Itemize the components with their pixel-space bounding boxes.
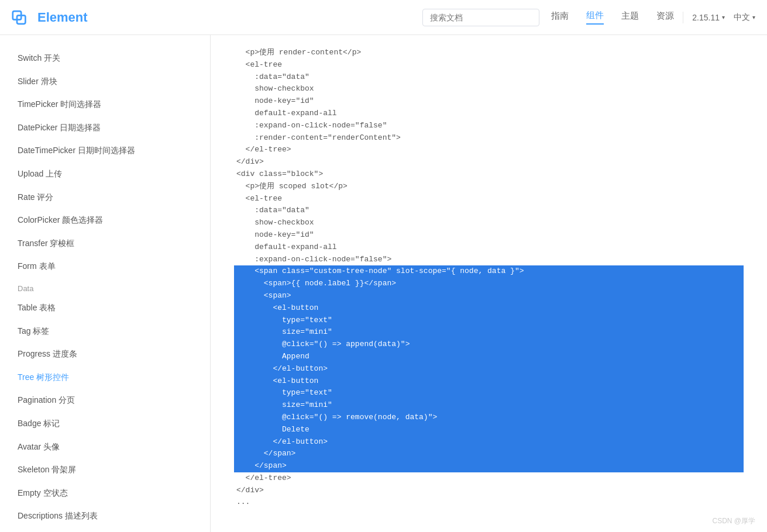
code-line-35: </el-tree> xyxy=(234,472,744,485)
code-line-9: </div> xyxy=(234,156,744,168)
nav-resources[interactable]: 资源 xyxy=(656,11,674,24)
code-line-15: node-key="id" xyxy=(234,229,744,241)
sidebar-item-datepicker[interactable]: DatePicker 日期选择器 xyxy=(0,116,210,140)
logo[interactable]: Element xyxy=(12,7,88,28)
code-line-29: size="mini" xyxy=(234,399,744,412)
sidebar-item-table[interactable]: Table 表格 xyxy=(0,296,210,320)
version-label: 2.15.11 xyxy=(692,13,720,22)
logo-icon xyxy=(12,7,33,28)
version-chevron-icon: ▾ xyxy=(722,14,725,20)
code-line-33: </span> xyxy=(234,448,744,460)
code-line-12: <el-tree xyxy=(234,193,744,205)
logo-text: Element xyxy=(37,10,88,25)
sidebar-item-form[interactable]: Form 表单 xyxy=(0,255,210,278)
code-line-7: :render-content="renderContent"> xyxy=(234,132,744,144)
sidebar-item-slider[interactable]: Slider 滑块 xyxy=(0,70,210,94)
sidebar-item-transfer[interactable]: Transfer 穿梭框 xyxy=(0,232,210,255)
code-line-0: <p>使用 render-content</p> xyxy=(234,47,744,59)
sidebar-item-pagination[interactable]: Pagination 分页 xyxy=(0,389,210,412)
sidebar: Switch 开关 Slider 滑块 TimePicker 时间选择器 Dat… xyxy=(0,35,211,532)
search-input[interactable] xyxy=(422,9,539,26)
header-nav: 指南 组件 主题 资源 xyxy=(551,10,674,25)
code-line-1: <el-tree xyxy=(234,59,744,71)
sidebar-item-tag[interactable]: Tag 标签 xyxy=(0,320,210,343)
lang-label: 中文 xyxy=(734,12,750,23)
main-content: <p>使用 render-content</p> <el-tree :data=… xyxy=(211,35,767,532)
language-selector[interactable]: 中文 ▾ xyxy=(734,12,755,23)
code-line-11: <p>使用 scoped slot</p> xyxy=(234,181,744,193)
sidebar-item-upload[interactable]: Upload 上传 xyxy=(0,163,210,186)
code-line-19: <span>{{ node.label }}</span> xyxy=(234,278,744,290)
nav-guide[interactable]: 指南 xyxy=(551,11,569,24)
sidebar-item-avatar[interactable]: Avatar 头像 xyxy=(0,436,210,459)
code-line-25: Append xyxy=(234,351,744,363)
sidebar-item-progress[interactable]: Progress 进度条 xyxy=(0,343,210,366)
code-line-32: </el-button> xyxy=(234,436,744,448)
watermark: CSDN @厚学 xyxy=(712,516,755,526)
code-line-21: <el-button xyxy=(234,302,744,315)
sidebar-item-skeleton[interactable]: Skeleton 骨架屏 xyxy=(0,458,210,482)
code-line-31: Delete xyxy=(234,424,744,436)
sidebar-item-badge[interactable]: Badge 标记 xyxy=(0,412,210,436)
sidebar-item-rate[interactable]: Rate 评分 xyxy=(0,186,210,209)
sidebar-item-datetimepicker[interactable]: DateTimePicker 日期时间选择器 xyxy=(0,139,210,163)
code-line-34: </span> xyxy=(234,460,744,472)
code-line-37: ... xyxy=(234,496,744,509)
code-line-22: type="text" xyxy=(234,315,744,327)
code-line-30: @click="() => remove(node, data)"> xyxy=(234,412,744,424)
code-line-23: size="mini" xyxy=(234,326,744,338)
code-line-20: <span> xyxy=(234,290,744,302)
code-line-28: type="text" xyxy=(234,387,744,399)
code-line-26: </el-button> xyxy=(234,363,744,375)
code-line-13: :data="data" xyxy=(234,205,744,217)
code-line-8: </el-tree> xyxy=(234,144,744,156)
sidebar-item-timepicker[interactable]: TimePicker 时间选择器 xyxy=(0,93,210,116)
code-line-10: <div class="block"> xyxy=(234,168,744,181)
code-line-27: <el-button xyxy=(234,375,744,388)
sidebar-item-empty[interactable]: Empty 空状态 xyxy=(0,482,210,505)
code-line-36: </div> xyxy=(234,485,744,497)
code-line-6: :expand-on-click-node="false" xyxy=(234,120,744,132)
sidebar-item-descriptions[interactable]: Descriptions 描述列表 xyxy=(0,505,210,528)
code-line-4: node-key="id" xyxy=(234,95,744,108)
version-selector[interactable]: 2.15.11 ▾ xyxy=(692,13,725,22)
nav-theme[interactable]: 主题 xyxy=(621,11,639,24)
lang-chevron-icon: ▾ xyxy=(752,14,755,20)
sidebar-item-tree[interactable]: Tree 树形控件 xyxy=(0,366,210,389)
code-line-14: show-checkbox xyxy=(234,217,744,229)
code-block: <p>使用 render-content</p> <el-tree :data=… xyxy=(234,47,744,509)
header-divider xyxy=(683,12,683,23)
sidebar-section-1: Data Table 表格 Tag 标签 Progress 进度条 Tree 树… xyxy=(0,278,210,528)
layout: Switch 开关 Slider 滑块 TimePicker 时间选择器 Dat… xyxy=(0,35,767,532)
code-line-17: :expand-on-click-node="false"> xyxy=(234,254,744,266)
sidebar-section-0: Switch 开关 Slider 滑块 TimePicker 时间选择器 Dat… xyxy=(0,47,210,278)
code-line-24: @click="() => append(data)"> xyxy=(234,338,744,351)
sidebar-item-colorpicker[interactable]: ColorPicker 颜色选择器 xyxy=(0,209,210,232)
header: Element 指南 组件 主题 资源 2.15.11 ▾ 中文 ▾ xyxy=(0,0,767,35)
sidebar-section-title-data: Data xyxy=(0,278,210,296)
nav-components[interactable]: 组件 xyxy=(586,10,604,25)
code-line-18: <span class="custom-tree-node" slot-scop… xyxy=(234,265,744,278)
code-line-16: default-expand-all xyxy=(234,241,744,254)
code-line-5: default-expand-all xyxy=(234,108,744,120)
code-line-2: :data="data" xyxy=(234,71,744,84)
code-line-3: show-checkbox xyxy=(234,83,744,95)
sidebar-item-switch[interactable]: Switch 开关 xyxy=(0,47,210,70)
